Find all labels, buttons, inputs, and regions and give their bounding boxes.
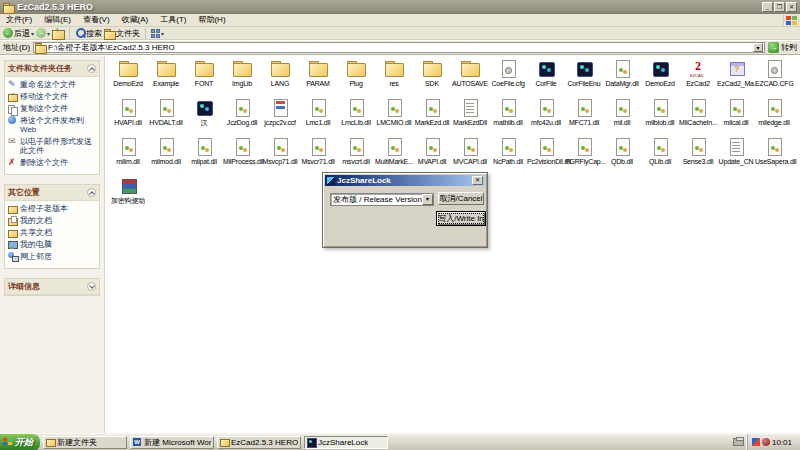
tray-status-icon[interactable] <box>762 438 770 446</box>
file-item[interactable]: SDK <box>413 59 451 98</box>
file-item[interactable]: milmod.dll <box>147 137 185 176</box>
file-item[interactable]: Example <box>147 59 185 98</box>
address-dropdown-button[interactable]: ▾ <box>753 43 763 52</box>
file-item[interactable]: FONT <box>185 59 223 98</box>
address-combo[interactable]: F:\金橙子老版本\EzCad2.5.3 HERO ▾ <box>33 42 765 53</box>
file-item[interactable]: DataMgr.dll <box>603 59 641 98</box>
file-item[interactable]: NcPath.dll <box>489 137 527 176</box>
dialog-title-bar[interactable]: JczShareLock ✕ <box>325 175 485 186</box>
menu-item[interactable]: 文件(F) <box>0 14 38 26</box>
go-button[interactable]: → 转到 <box>768 42 797 53</box>
write-in-button[interactable]: 写入/Write In <box>436 211 486 226</box>
place-link[interactable]: 我的电脑 <box>8 240 97 249</box>
up-button[interactable] <box>52 28 64 38</box>
file-item[interactable]: jczpc2v.ccf <box>261 98 299 137</box>
file-item[interactable]: miledge.dll <box>755 98 793 137</box>
file-item[interactable]: MarkEzdDll <box>451 98 489 137</box>
file-item[interactable]: MFC71.dll <box>565 98 603 137</box>
file-item[interactable]: mathlib.dll <box>489 98 527 137</box>
printer-icon[interactable] <box>733 438 744 446</box>
combo-dropdown-icon[interactable]: ▾ <box>422 194 433 205</box>
forward-button[interactable]: → ▾ <box>36 28 50 38</box>
file-item[interactable]: QDb.dll <box>603 137 641 176</box>
file-item[interactable]: EzCad2_Ma... <box>717 59 755 98</box>
file-item[interactable]: Msvcp71.dll <box>261 137 299 176</box>
file-item[interactable]: Pc2visionDll.dll <box>527 137 565 176</box>
file-item[interactable]: 加密狗驱动 <box>109 176 147 215</box>
task-link[interactable]: 删除这个文件 <box>8 158 97 167</box>
search-button[interactable]: 搜索 <box>75 28 102 39</box>
file-item[interactable]: milim.dll <box>109 137 147 176</box>
file-item[interactable]: UseSapera.dll <box>755 137 793 176</box>
folders-button[interactable]: 文件夹 <box>104 28 140 39</box>
file-item[interactable]: AUTOSAVE <box>451 59 489 98</box>
views-button[interactable]: ▾ <box>151 29 164 38</box>
start-button[interactable]: 开始 <box>0 434 40 450</box>
file-item[interactable]: res <box>375 59 413 98</box>
file-item[interactable]: HVAPI.dll <box>109 98 147 137</box>
file-item[interactable]: QLib.dll <box>641 137 679 176</box>
place-link[interactable]: 网上邻居 <box>8 252 97 261</box>
tray-app-icon[interactable] <box>752 438 760 446</box>
file-item[interactable]: Sense3.dll <box>679 137 717 176</box>
file-item[interactable]: LMCMIO.dll <box>375 98 413 137</box>
dialog-close-button[interactable]: ✕ <box>472 176 483 185</box>
file-item[interactable]: CorFileEnu <box>565 59 603 98</box>
menu-item[interactable]: 查看(V) <box>77 14 116 26</box>
menu-item[interactable]: 帮助(H) <box>192 14 231 26</box>
taskbar-task-button[interactable]: JczShareLock <box>304 436 388 449</box>
file-tasks-header[interactable]: 文件和文件夹任务 <box>5 61 99 77</box>
file-item[interactable]: PGRFlyCap... <box>565 137 603 176</box>
task-link[interactable]: 重命名这个文件 <box>8 80 97 89</box>
file-item[interactable]: 汉 <box>185 98 223 137</box>
file-item[interactable]: EzCad2 <box>679 59 717 98</box>
address-value[interactable]: F:\金橙子老版本\EzCad2.5.3 HERO <box>48 42 751 53</box>
task-link[interactable]: 复制这个文件 <box>8 104 97 113</box>
taskbar-task-button[interactable]: EzCad2.5.3 HERO <box>217 436 301 449</box>
close-button[interactable]: ✕ <box>786 2 797 12</box>
file-item[interactable]: MilCacheIn... <box>679 98 717 137</box>
views-dropdown-icon[interactable]: ▾ <box>161 30 164 37</box>
file-item[interactable]: Plug <box>337 59 375 98</box>
file-item[interactable]: milcal.dll <box>717 98 755 137</box>
file-item[interactable]: MilProcess.dll <box>223 137 261 176</box>
menu-item[interactable]: 编辑(E) <box>38 14 77 26</box>
file-item[interactable]: CorFile <box>527 59 565 98</box>
menu-item[interactable]: 收藏(A) <box>116 14 155 26</box>
file-item[interactable]: JczDog.dll <box>223 98 261 137</box>
expand-icon[interactable] <box>87 282 96 291</box>
file-item[interactable]: DemoEzd <box>641 59 679 98</box>
taskbar-task-button[interactable]: 新建文件夹 <box>43 436 127 449</box>
details-header[interactable]: 详细信息 <box>5 279 99 295</box>
task-link[interactable]: 将这个文件发布到 Web <box>8 116 97 134</box>
taskbar-clock[interactable]: 10:01 <box>772 438 794 447</box>
file-item[interactable]: mil.dll <box>603 98 641 137</box>
file-item[interactable]: milblob.dll <box>641 98 679 137</box>
file-item[interactable]: MVCAPI.dll <box>451 137 489 176</box>
file-item[interactable]: LANG <box>261 59 299 98</box>
file-item[interactable]: MVAPI.dll <box>413 137 451 176</box>
file-item[interactable]: mfc42u.dll <box>527 98 565 137</box>
back-button[interactable]: ← 后退 ▾ <box>3 28 34 39</box>
place-link[interactable]: 金橙子老版本 <box>8 204 97 213</box>
task-link[interactable]: 移动这个文件 <box>8 92 97 101</box>
task-link[interactable]: 以电子邮件形式发送此文件 <box>8 137 97 155</box>
forward-dropdown-icon[interactable]: ▾ <box>47 30 50 37</box>
file-item[interactable]: DemoEzd <box>109 59 147 98</box>
file-item[interactable]: Msvcr71.dll <box>299 137 337 176</box>
file-item[interactable]: LmcLib.dll <box>337 98 375 137</box>
file-item[interactable]: EZCAD.CFG <box>755 59 793 98</box>
file-item[interactable]: MultiMarkE... <box>375 137 413 176</box>
file-item[interactable]: Update_CN <box>717 137 755 176</box>
place-link[interactable]: 共享文档 <box>8 228 97 237</box>
file-item[interactable]: msvcrt.dll <box>337 137 375 176</box>
place-link[interactable]: 我的文档 <box>8 216 97 225</box>
file-item[interactable]: CoeFile.cfg <box>489 59 527 98</box>
cancel-button[interactable]: 取消/Cancel <box>438 192 484 205</box>
file-item[interactable]: milpat.dll <box>185 137 223 176</box>
menu-item[interactable]: 工具(T) <box>154 14 192 26</box>
back-dropdown-icon[interactable]: ▾ <box>31 30 34 37</box>
file-item[interactable]: PARAM <box>299 59 337 98</box>
taskbar-task-button[interactable]: 新建 Microsoft Word 文... <box>130 436 214 449</box>
file-item[interactable]: Lmc1.dll <box>299 98 337 137</box>
